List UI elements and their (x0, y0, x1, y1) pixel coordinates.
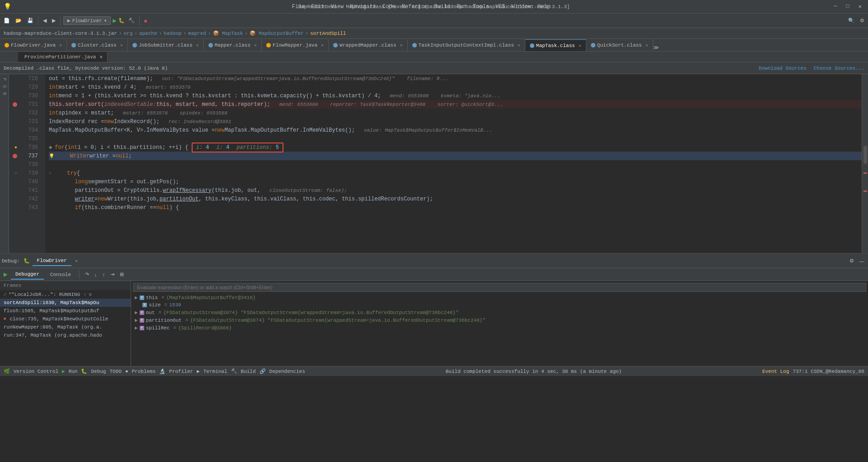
bc-mapred[interactable]: mapred (188, 31, 206, 36)
close-tab-icon[interactable]: ✕ (400, 43, 403, 48)
stop-frame-icon: ■ (4, 317, 6, 321)
resume-button[interactable]: ▶ (2, 271, 9, 278)
close-button[interactable]: ✕ (856, 2, 864, 11)
watch-input[interactable] (133, 283, 866, 292)
dependencies-label[interactable]: Dependencies (269, 369, 305, 374)
todo-label[interactable]: TODO (109, 369, 121, 374)
close-tab-icon[interactable]: ✕ (579, 43, 581, 48)
choose-sources-link[interactable]: Choose Sources... (814, 66, 864, 71)
bc-hadoop[interactable]: hadoop (164, 31, 182, 36)
expand-out[interactable]: ▶ (135, 310, 138, 315)
run-status-icon[interactable]: ▶ (62, 368, 65, 374)
version-control-label[interactable]: Version Control (14, 369, 58, 374)
close-tab-icon[interactable]: ✕ (59, 43, 62, 48)
breakpoint-737[interactable] (13, 154, 17, 158)
step-over-button[interactable]: ↷ (83, 271, 91, 278)
close-tab-icon[interactable]: ✕ (99, 54, 103, 60)
tab-flowmapper[interactable]: FlowMapper.java ✕ (262, 39, 329, 51)
bc-org[interactable]: org (123, 31, 132, 36)
breakpoint-731[interactable] (13, 102, 17, 107)
bc-jar[interactable]: hadoop-mapreduce-client-core-3.1.3.jar (4, 31, 117, 36)
close-tab-icon[interactable]: ✕ (321, 43, 324, 48)
tab-quicksort[interactable]: QuickSort.class ✕ (586, 39, 653, 51)
build-label[interactable]: Build (241, 369, 256, 374)
tab-wrappedmapper[interactable]: WrappedMapper.class ✕ (329, 39, 407, 51)
debug-button[interactable]: 🐛 (118, 18, 125, 24)
terminal-label[interactable]: Terminal (203, 369, 227, 374)
tab-flowdriver-session[interactable]: FlowDriver (33, 256, 71, 266)
more-tabs-icon[interactable]: ≫ (653, 44, 659, 51)
expand-this[interactable]: ▶ (135, 295, 138, 300)
profiler-label[interactable]: Profiler (169, 369, 193, 374)
bookmark-icon[interactable]: B (2, 92, 7, 95)
tab-taskinputoutput[interactable]: TaskInputOutputContextImpl.class ✕ (408, 39, 525, 51)
evaluate-button[interactable]: ⊞ (118, 271, 126, 278)
sub-tab-console[interactable]: Console (46, 270, 75, 279)
run-status-label[interactable]: Run (69, 369, 78, 374)
frame-item-run[interactable]: run:347, MapTask (org.apache.hado (0, 331, 131, 339)
save-button[interactable]: 💾 (25, 17, 35, 24)
open-button[interactable]: 📂 (14, 17, 24, 24)
frame-item-flush[interactable]: flush:1505, MapTask$MapOutputBuf (0, 307, 131, 315)
run-cursor-button[interactable]: ⇥ (108, 271, 116, 278)
bc-sortandspill[interactable]: sortAndSpill (310, 31, 346, 36)
tab-label: TaskInputOutputContextImpl.class (419, 43, 514, 48)
settings-frame-icon[interactable]: ⚙ (89, 292, 92, 297)
download-sources-link[interactable]: Download Sources (759, 66, 807, 71)
frame-item-running[interactable]: ✓ *"LocalJobR...": RUNNING ▿ ⚙ (0, 290, 131, 299)
code-line-740: long segmentStart = out.getPos(); (49, 177, 862, 186)
frame-item-sortandspill[interactable]: sortAndSpill:1630, MapTask$MapOu (0, 299, 131, 307)
event-log-button[interactable]: Event Log (762, 369, 789, 374)
back-button[interactable]: ◀ (41, 17, 48, 24)
stop-button[interactable]: ■ (142, 17, 149, 24)
new-file-button[interactable]: 📄 (2, 17, 12, 24)
status-right: Event Log 737:1 CSDN_@Redamancy_06 (762, 369, 864, 374)
close-tab-icon[interactable]: ✕ (646, 43, 648, 48)
build-button[interactable]: 🔨 (127, 17, 137, 24)
forward-button[interactable]: ▶ (50, 17, 57, 24)
step-out-button[interactable]: ↑ (101, 271, 107, 278)
title-bar: 💡 File Edit View Navigate Code Refactor … (0, 0, 868, 14)
step-into-button[interactable]: ↓ (93, 271, 99, 278)
minimize-button[interactable]: ─ (831, 2, 840, 11)
bc-apache[interactable]: apache (139, 31, 157, 36)
bc-maptask[interactable]: 📦 MapTask (213, 30, 243, 36)
tab-jobsubmitter[interactable]: JobSubmitter.class ✕ (128, 39, 204, 51)
debug-status-label[interactable]: Debug (91, 369, 106, 374)
close-session-icon[interactable]: ✕ (75, 258, 78, 264)
tab-maptask[interactable]: MapTask.class ✕ (525, 39, 586, 51)
bc-mapoutputbuffer[interactable]: 📦 MapOutputBuffer (250, 30, 304, 36)
expand-partitionout[interactable]: ▶ (135, 317, 138, 323)
scroll-thumb[interactable] (863, 146, 867, 164)
tab-mapper[interactable]: Mapper.class ✕ (204, 39, 262, 51)
debug-status-icon[interactable]: 🐛 (81, 368, 87, 374)
right-scrollbar[interactable] (862, 74, 868, 253)
tab-flowdriver[interactable]: FlowDriver.java ✕ (0, 39, 67, 51)
project-icon[interactable]: P (2, 78, 7, 81)
close-tab-icon[interactable]: ✕ (196, 43, 199, 48)
expand-spillrec[interactable]: ▶ (135, 325, 138, 331)
problems-label[interactable]: Problems (132, 369, 156, 374)
linenum-740: 740 (23, 177, 42, 186)
structure-icon[interactable]: S (2, 85, 7, 88)
minimize-panel-button[interactable]: — (858, 257, 866, 265)
sub-tab-debugger[interactable]: Debugger (11, 270, 44, 280)
close-tab-icon[interactable]: ✕ (120, 43, 123, 48)
close-tab-icon[interactable]: ✕ (254, 43, 257, 48)
run-button[interactable]: ▶ (113, 17, 116, 24)
tab-provincepartitioner[interactable]: ProvincePartitioner.java ✕ (18, 52, 108, 62)
filter-icon[interactable]: ▿ (84, 292, 86, 297)
frame-item-close[interactable]: ■ close:735, MapTask$NewOutputColle (0, 315, 131, 323)
run-configuration[interactable]: ▶ FlowDriver ▾ (63, 16, 111, 25)
settings-button[interactable]: ⚙ (858, 17, 866, 24)
settings-debug-button[interactable]: ⚙ (848, 257, 856, 265)
maximize-button[interactable]: □ (844, 2, 852, 11)
code-area[interactable]: out = this.rfs.create(filename); out: "F… (45, 74, 862, 253)
tab-cluster[interactable]: Cluster.class ✕ (67, 39, 128, 51)
frame-item-runnewmapper[interactable]: runNewMapper:805, MapTask (org.a. (0, 323, 131, 331)
version-control-icon[interactable]: 🌿 (4, 368, 10, 374)
sec-tab-label: ProvincePartitioner.java (24, 54, 96, 60)
search-everywhere-button[interactable]: 🔍 (846, 17, 856, 24)
close-tab-icon[interactable]: ✕ (518, 43, 520, 48)
expand-size[interactable] (135, 302, 141, 308)
